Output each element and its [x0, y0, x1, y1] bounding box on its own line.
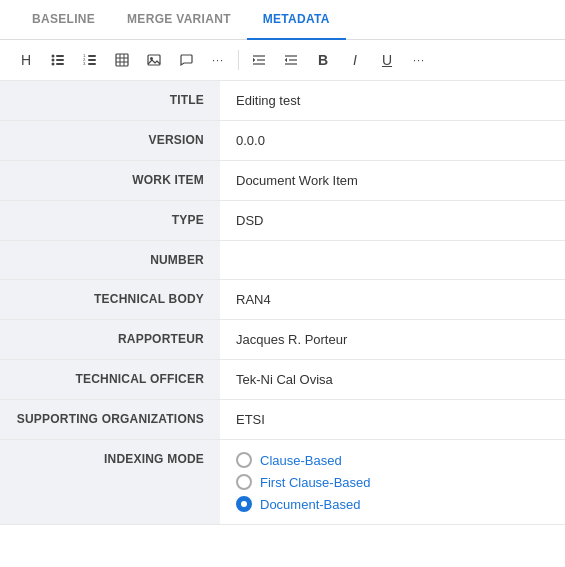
ordered-list-button[interactable]: 1.2.3.	[76, 46, 104, 74]
type-value: DSD	[220, 201, 565, 241]
technical-body-value: RAN4	[220, 280, 565, 320]
svg-rect-7	[88, 55, 96, 57]
work-item-label: WORK ITEM	[0, 161, 220, 201]
radio-circle-first-clause-based	[236, 474, 252, 490]
radio-option-first-clause-based[interactable]: First Clause-Based	[236, 474, 549, 490]
tab-metadata[interactable]: METADATA	[247, 0, 346, 40]
number-row: NUMBER	[0, 241, 565, 280]
technical-officer-value: Tek-Ni Cal Ovisa	[220, 360, 565, 400]
toolbar: H 1.2.3. ··· B I U ···	[0, 40, 565, 81]
svg-rect-3	[56, 59, 64, 61]
work-item-value: Document Work Item	[220, 161, 565, 201]
italic-button[interactable]: I	[341, 46, 369, 74]
radio-circle-clause-based	[236, 452, 252, 468]
svg-point-18	[150, 57, 153, 60]
svg-rect-1	[56, 55, 64, 57]
radio-option-clause-based[interactable]: Clause-Based	[236, 452, 549, 468]
more2-button[interactable]: ···	[405, 46, 433, 74]
work-item-row: WORK ITEM Document Work Item	[0, 161, 565, 201]
svg-point-0	[52, 55, 55, 58]
version-value: 0.0.0	[220, 121, 565, 161]
radio-label-clause-based: Clause-Based	[260, 453, 342, 468]
svg-text:3.: 3.	[83, 61, 86, 66]
radio-group-indexing: Clause-Based First Clause-Based Document…	[236, 452, 549, 512]
supporting-orgs-row: SUPPORTING ORGANIZATIONS ETSI	[0, 400, 565, 440]
title-row: TITLE Editing test	[0, 81, 565, 121]
svg-rect-9	[88, 59, 96, 61]
more1-button[interactable]: ···	[204, 46, 232, 74]
svg-rect-5	[56, 63, 64, 65]
svg-rect-11	[88, 63, 96, 65]
toolbar-divider-1	[238, 50, 239, 70]
svg-rect-17	[148, 55, 160, 65]
rapporteur-row: RAPPORTEUR Jacques R. Porteur	[0, 320, 565, 360]
version-row: VERSION 0.0.0	[0, 121, 565, 161]
bold-button[interactable]: B	[309, 46, 337, 74]
radio-label-first-clause-based: First Clause-Based	[260, 475, 371, 490]
title-label: TITLE	[0, 81, 220, 121]
tab-merge-variant[interactable]: MERGE VARIANT	[111, 0, 247, 40]
heading-button[interactable]: H	[12, 46, 40, 74]
radio-option-document-based[interactable]: Document-Based	[236, 496, 549, 512]
image-button[interactable]	[140, 46, 168, 74]
number-label: NUMBER	[0, 241, 220, 280]
title-value: Editing test	[220, 81, 565, 121]
underline-button[interactable]: U	[373, 46, 401, 74]
bullet-list-button[interactable]	[44, 46, 72, 74]
comment-button[interactable]	[172, 46, 200, 74]
type-label: TYPE	[0, 201, 220, 241]
table-button[interactable]	[108, 46, 136, 74]
version-label: VERSION	[0, 121, 220, 161]
indexing-mode-options: Clause-Based First Clause-Based Document…	[220, 440, 565, 525]
number-value	[220, 241, 565, 280]
type-row: TYPE DSD	[0, 201, 565, 241]
rapporteur-value: Jacques R. Porteur	[220, 320, 565, 360]
svg-point-2	[52, 59, 55, 62]
radio-label-document-based: Document-Based	[260, 497, 360, 512]
indent-left-button[interactable]	[245, 46, 273, 74]
supporting-orgs-value: ETSI	[220, 400, 565, 440]
tab-baseline[interactable]: BASELINE	[16, 0, 111, 40]
technical-body-label: TECHNICAL BODY	[0, 280, 220, 320]
technical-officer-label: TECHNICAL OFFICER	[0, 360, 220, 400]
radio-circle-document-based	[236, 496, 252, 512]
indexing-mode-row: INDEXING MODE Clause-Based First Clause-…	[0, 440, 565, 525]
metadata-table: TITLE Editing test VERSION 0.0.0 WORK IT…	[0, 81, 565, 525]
indent-right-button[interactable]	[277, 46, 305, 74]
tab-bar: BASELINE MERGE VARIANT METADATA	[0, 0, 565, 40]
rapporteur-label: RAPPORTEUR	[0, 320, 220, 360]
svg-point-4	[52, 63, 55, 66]
indexing-mode-label: INDEXING MODE	[0, 440, 220, 525]
technical-officer-row: TECHNICAL OFFICER Tek-Ni Cal Ovisa	[0, 360, 565, 400]
svg-rect-12	[116, 54, 128, 66]
supporting-orgs-label: SUPPORTING ORGANIZATIONS	[0, 400, 220, 440]
technical-body-row: TECHNICAL BODY RAN4	[0, 280, 565, 320]
